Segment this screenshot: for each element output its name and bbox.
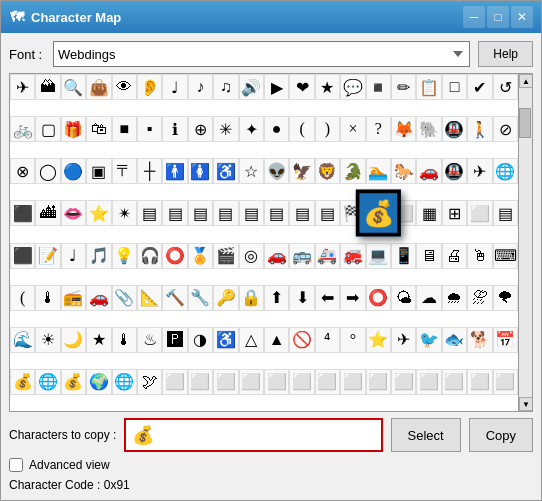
char-cell[interactable]: ▢ [35,116,60,142]
char-cell[interactable]: 🎧 [137,243,162,269]
char-cell[interactable]: △ [239,327,264,353]
char-cell[interactable]: 🖥 [416,243,441,269]
select-button[interactable]: Select [391,418,461,452]
char-cell[interactable]: ⬛ [10,200,35,226]
close-button[interactable]: ✕ [511,6,533,28]
char-cell[interactable]: ▤ [162,200,187,226]
char-cell[interactable]: ⬜ [416,369,441,395]
char-cell[interactable]: ⭐ [366,327,391,353]
char-cell[interactable]: ♿ [213,327,238,353]
char-cell[interactable]: ▤ [264,200,289,226]
char-cell[interactable]: ⬜ [239,369,264,395]
char-cell[interactable]: 🎁 [61,116,86,142]
char-cell[interactable]: 🏅 [188,243,213,269]
scroll-up-button[interactable]: ▲ [519,74,533,88]
char-cell[interactable]: 🐟 [442,327,467,353]
char-cell[interactable]: ⭕ [162,243,187,269]
char-cell[interactable]: 🅿 [162,327,187,353]
char-cell[interactable]: ✦ [239,116,264,142]
char-cell[interactable]: ✔ [467,74,492,100]
char-cell[interactable]: ▤ [289,200,314,226]
copy-button[interactable]: Copy [469,418,533,452]
char-cell[interactable]: ° [340,327,365,353]
char-cell[interactable]: ✴ [112,200,137,226]
char-cell[interactable]: 🛍 [86,116,111,142]
scroll-track[interactable] [519,88,532,397]
char-cell[interactable]: 💬 [340,74,365,100]
char-cell[interactable]: ▤ [239,200,264,226]
char-cell[interactable]: ☆ [239,158,264,184]
char-cell[interactable]: 🕊 [137,369,162,395]
char-cell[interactable]: 🦁 [315,158,340,184]
char-cell[interactable]: 🚶 [467,116,492,142]
char-cell[interactable]: ➡ [340,285,365,311]
char-cell[interactable]: ☁ [416,285,441,311]
char-cell[interactable]: 🚗 [416,158,441,184]
char-cell[interactable]: 📱 [391,243,416,269]
char-cell[interactable]: 🎬 [213,243,238,269]
char-cell[interactable]: ⊗ [10,158,35,184]
char-cell[interactable]: 🦊 [391,116,416,142]
char-cell[interactable]: ▲ [264,327,289,353]
char-cell[interactable]: ♩ [61,243,86,269]
char-cell[interactable]: 🌙 [61,327,86,353]
char-cell[interactable]: ↺ [493,74,518,100]
char-cell[interactable]: 👄 [61,200,86,226]
char-cell[interactable]: ▤ [213,200,238,226]
char-cell[interactable]: ☀ [35,327,60,353]
char-cell[interactable]: 🖱 [467,243,492,269]
char-cell[interactable]: ⌨ [493,243,518,269]
char-cell[interactable]: 👁 [112,74,137,100]
char-cell[interactable]: ▶ [264,74,289,100]
char-cell[interactable]: 🚒 [340,243,365,269]
char-cell[interactable]: 🚑 [315,243,340,269]
char-cell[interactable]: ⊞ [442,200,467,226]
char-cell[interactable]: 🐘 [416,116,441,142]
char-cell[interactable]: ▪ [137,116,162,142]
char-cell[interactable]: ⊕ [188,116,213,142]
char-cell[interactable]: 🚇 [442,158,467,184]
char-cell[interactable]: ● [264,116,289,142]
char-cell[interactable]: ★ [315,74,340,100]
char-cell[interactable]: ▦ [416,200,441,226]
char-cell[interactable]: 🌐 [35,369,60,395]
chars-to-copy-input[interactable] [124,418,382,452]
char-cell[interactable]: ◾ [366,74,391,100]
char-cell[interactable]: 📅 [493,327,518,353]
char-cell[interactable]: ⬅ [315,285,340,311]
char-cell[interactable]: 🚺 [188,158,213,184]
char-cell[interactable]: 🌧 [442,285,467,311]
char-cell[interactable]: 📻 [61,285,86,311]
char-cell[interactable]: 🔨 [162,285,187,311]
char-cell[interactable]: ℹ [162,116,187,142]
char-cell[interactable]: × [340,116,365,142]
char-cell[interactable]: 🔊 [239,74,264,100]
char-cell[interactable]: ⬛ [10,243,35,269]
char-cell[interactable]: ▤ [315,200,340,226]
char-cell[interactable]: ⭐ [86,200,111,226]
char-cell[interactable]: 🏙 [35,200,60,226]
scroll-down-button[interactable]: ▼ [519,397,533,411]
scrollbar[interactable]: ▲ ▼ [518,74,532,411]
char-cell[interactable]: 🏊 [366,158,391,184]
char-cell[interactable]: ⬇ [289,285,314,311]
char-cell[interactable]: 🚗 [264,243,289,269]
char-cell[interactable]: 🚲 [10,116,35,142]
char-cell[interactable]: 🐦 [416,327,441,353]
char-cell[interactable]: □ [442,74,467,100]
char-cell[interactable]: 🌐 [112,369,137,395]
char-cell[interactable]: ⬜ [340,369,365,395]
char-cell[interactable]: ◯ [35,158,60,184]
char-cell[interactable]: 🐊 [340,158,365,184]
minimize-button[interactable]: ─ [463,6,485,28]
char-cell[interactable]: 🌤 [391,285,416,311]
char-cell[interactable]: ⁴ [315,327,340,353]
char-cell[interactable]: 💡 [112,243,137,269]
char-cell[interactable]: 🌡 [112,327,137,353]
char-cell[interactable]: 🔍 [61,74,86,100]
char-cell[interactable]: 📐 [137,285,162,311]
char-cell[interactable]: 📎 [112,285,137,311]
char-cell[interactable]: ( [289,116,314,142]
char-cell[interactable]: 💰 [61,369,86,395]
char-cell[interactable]: ⬜ [391,369,416,395]
